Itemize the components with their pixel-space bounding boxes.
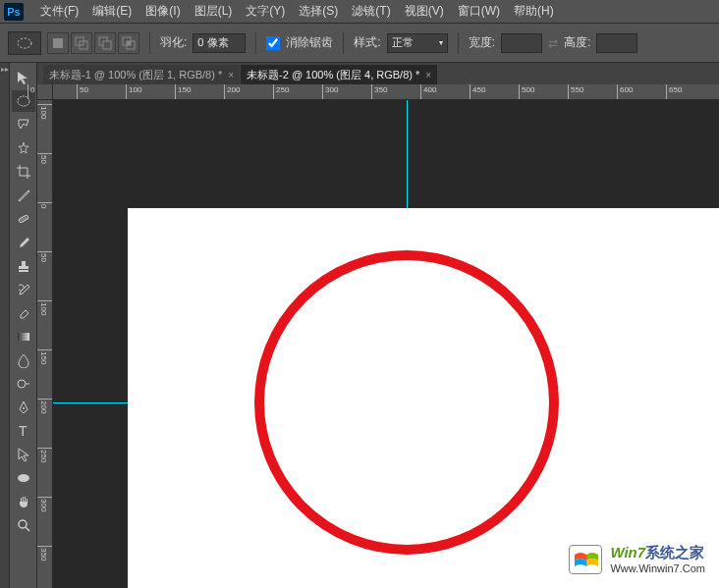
- tool-pen[interactable]: [12, 397, 35, 418]
- tool-path-select[interactable]: [12, 444, 35, 465]
- canvas-content: [128, 208, 719, 588]
- svg-point-19: [19, 520, 27, 528]
- selection-subtract-button[interactable]: [94, 32, 116, 54]
- tool-eraser[interactable]: [12, 302, 35, 324]
- style-label: 样式:: [354, 34, 380, 51]
- svg-point-20: [259, 255, 554, 550]
- menu-select[interactable]: 选择(S): [292, 3, 345, 20]
- squares-add-icon: [75, 36, 88, 50]
- collapse-arrows-icon: ▸▸: [0, 63, 9, 74]
- app-logo: Ps: [4, 3, 24, 21]
- tool-zoom[interactable]: [12, 514, 35, 536]
- tool-stamp[interactable]: [12, 255, 35, 277]
- menu-help[interactable]: 帮助(H): [507, 3, 561, 20]
- tool-ellipse-shape[interactable]: [12, 467, 35, 489]
- tab-label: 未标题-2 @ 100% (图层 4, RGB/8) *: [247, 68, 419, 82]
- tool-crop[interactable]: [12, 161, 35, 183]
- svg-rect-8: [127, 41, 131, 45]
- menu-layer[interactable]: 图层(L): [188, 3, 240, 20]
- tool-history-brush[interactable]: [12, 279, 35, 300]
- close-icon[interactable]: ×: [425, 70, 431, 80]
- menu-filter[interactable]: 滤镜(T): [345, 3, 397, 20]
- tool-dodge[interactable]: [12, 373, 35, 395]
- svg-point-18: [18, 474, 29, 482]
- style-select[interactable]: 正常▾: [387, 33, 448, 53]
- tool-heal[interactable]: [12, 208, 35, 230]
- svg-point-13: [25, 217, 27, 219]
- document-area: 未标题-1 @ 100% (图层 1, RGB/8) * × 未标题-2 @ 1…: [37, 63, 719, 588]
- square-icon: [51, 36, 65, 50]
- document-tab-2[interactable]: 未标题-2 @ 100% (图层 4, RGB/8) * ×: [241, 65, 437, 84]
- antialias-label: 消除锯齿: [286, 34, 333, 51]
- windows-logo-icon: [569, 545, 602, 574]
- svg-rect-1: [53, 38, 63, 48]
- ruler-horizontal[interactable]: 050100150200250300350400450500550600650: [53, 84, 719, 100]
- antialias-checkbox[interactable]: [266, 36, 280, 50]
- selection-new-button[interactable]: [47, 32, 69, 54]
- svg-point-12: [23, 218, 25, 220]
- tool-gradient[interactable]: [12, 326, 35, 347]
- width-input: [501, 33, 542, 53]
- options-bar: 羽化: 消除锯齿 样式: 正常▾ 宽度: ⇄ 高度:: [0, 24, 719, 63]
- menu-edit[interactable]: 编辑(E): [85, 3, 138, 20]
- menu-bar: Ps 文件(F) 编辑(E) 图像(I) 图层(L) 文字(Y) 选择(S) 滤…: [0, 0, 719, 24]
- watermark-line2: Www.Winwin7.Com: [610, 562, 705, 574]
- tool-brush[interactable]: [12, 232, 35, 253]
- tool-blur[interactable]: [12, 349, 35, 371]
- menu-window[interactable]: 窗口(W): [451, 3, 507, 20]
- height-input: [596, 33, 637, 53]
- height-label: 高度:: [564, 34, 590, 51]
- squares-intersect-icon: [122, 36, 136, 50]
- menu-file[interactable]: 文件(F): [33, 3, 85, 20]
- watermark: Win7系统之家 Www.Winwin7.Com: [569, 544, 705, 574]
- width-label: 宽度:: [469, 34, 495, 51]
- watermark-line1: Win7系统之家: [610, 544, 705, 562]
- canvas[interactable]: [128, 208, 719, 588]
- document-tab-bar: 未标题-1 @ 100% (图层 1, RGB/8) * × 未标题-2 @ 1…: [37, 63, 719, 84]
- feather-label: 羽化:: [160, 34, 187, 51]
- svg-point-0: [18, 38, 31, 48]
- tab-label: 未标题-1 @ 100% (图层 1, RGB/8) *: [49, 68, 222, 82]
- canvas-viewport: 050100150200250300350400450500550600650 …: [37, 84, 719, 588]
- chevron-down-icon: ▾: [439, 38, 443, 47]
- menu-type[interactable]: 文字(Y): [239, 3, 292, 20]
- svg-point-11: [21, 219, 23, 221]
- close-icon[interactable]: ×: [228, 70, 234, 80]
- ruler-vertical[interactable]: 10050050100150200250300350: [37, 100, 53, 588]
- selection-intersect-button[interactable]: [118, 32, 139, 54]
- svg-point-15: [18, 380, 26, 388]
- selection-add-button[interactable]: [71, 32, 92, 54]
- tool-lasso[interactable]: [12, 114, 35, 135]
- svg-text:T: T: [19, 423, 28, 439]
- toolbox: T: [10, 63, 37, 588]
- swap-icon: ⇄: [548, 36, 558, 50]
- squares-subtract-icon: [98, 36, 112, 50]
- canvas-scroll[interactable]: [53, 100, 719, 588]
- current-tool-indicator[interactable]: [8, 31, 41, 55]
- svg-rect-5: [103, 41, 111, 49]
- menu-view[interactable]: 视图(V): [398, 3, 451, 20]
- feather-input[interactable]: [193, 33, 246, 53]
- panel-collapse-strip[interactable]: ▸▸: [0, 63, 10, 588]
- ruler-origin[interactable]: [37, 84, 53, 100]
- svg-point-16: [23, 407, 25, 409]
- tool-hand[interactable]: [12, 491, 35, 512]
- tool-type[interactable]: T: [12, 420, 35, 442]
- tool-eyedropper[interactable]: [12, 185, 35, 206]
- svg-rect-14: [18, 333, 29, 341]
- ellipse-marquee-icon: [16, 36, 33, 50]
- menu-image[interactable]: 图像(I): [138, 3, 187, 20]
- style-value: 正常: [392, 35, 414, 50]
- document-tab-1[interactable]: 未标题-1 @ 100% (图层 1, RGB/8) * ×: [43, 65, 240, 84]
- tool-wand[interactable]: [12, 137, 35, 159]
